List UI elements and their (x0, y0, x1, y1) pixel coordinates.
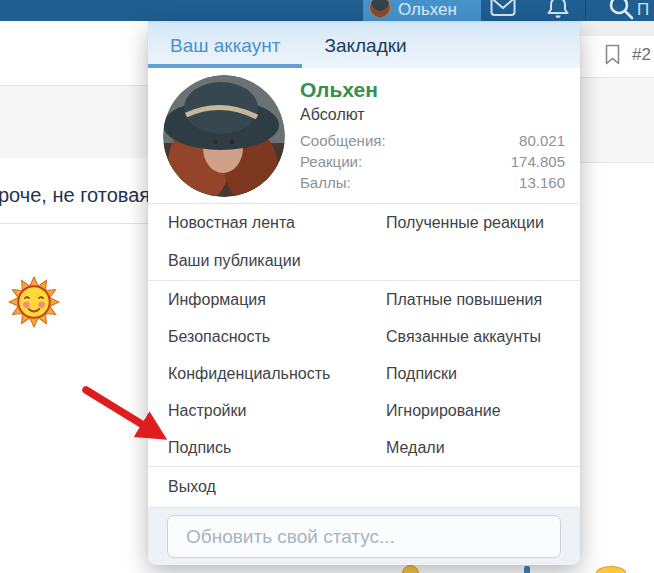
tab-your-account[interactable]: Ваш аккаунт (148, 23, 302, 68)
stat-value: 13.160 (519, 172, 565, 193)
user-info: Ольхен Абсолют Сообщения: 80.021 Реакции… (300, 75, 565, 203)
menu-row: Безопасность Связанные аккаунты (148, 318, 580, 355)
avatar[interactable] (163, 75, 285, 197)
menu-row: Ваши публикации (148, 242, 580, 280)
emoji-peek (596, 566, 626, 573)
stat-points: Баллы: 13.160 (300, 172, 565, 193)
menu-item-account-upgrades[interactable]: Платные повышения (386, 291, 560, 309)
stat-value: 174.805 (511, 151, 565, 172)
stat-reactions: Реакции: 174.805 (300, 151, 565, 172)
username[interactable]: Ольхен (300, 77, 565, 103)
menu-item-connected-accounts[interactable]: Связанные аккаунты (386, 328, 560, 346)
post-number-link[interactable]: #2 (632, 45, 651, 65)
page-band (0, 86, 148, 158)
menu-section-settings: Информация Платные повышения Безопасност… (148, 280, 580, 466)
stat-label: Баллы: (300, 172, 351, 193)
page-text-snippet: роче, не готовая (0, 184, 150, 207)
menu-item-ignoring[interactable]: Игнорирование (386, 402, 560, 420)
tab-label: Закладки (324, 35, 406, 57)
search-label[interactable]: П (637, 0, 649, 20)
menu-row: Новостная лента Полученные реакции (148, 204, 580, 242)
stat-label: Сообщения: (300, 130, 386, 151)
user-summary-card: Ольхен Абсолют Сообщения: 80.021 Реакции… (148, 68, 580, 203)
dropdown-footer (148, 507, 580, 565)
sun-smiley-emoji (8, 276, 60, 328)
menu-row: Подпись Медали (148, 429, 580, 466)
menu-item-reactions-received[interactable]: Полученные реакции (386, 214, 560, 232)
menu-item-preferences[interactable]: Настройки (168, 402, 386, 420)
menu-item-news-feed[interactable]: Новостная лента (168, 214, 386, 232)
menu-item-security[interactable]: Безопасность (168, 328, 386, 346)
bookmark-row: #2 (604, 44, 651, 65)
page-band (580, 78, 654, 162)
menu-row: Настройки Игнорирование (148, 392, 580, 429)
stat-value: 80.021 (519, 130, 565, 151)
menu-item-logout[interactable]: Выход (168, 478, 386, 496)
menu-item-privacy[interactable]: Конфиденциальность (168, 365, 386, 383)
emoji-peek (402, 565, 419, 573)
tab-bookmarks[interactable]: Закладки (302, 23, 428, 68)
menu-item-medals[interactable]: Медали (386, 439, 560, 457)
menu-item-account-details[interactable]: Информация (168, 291, 386, 309)
menu-item-your-content[interactable]: Ваши публикации (168, 252, 386, 270)
user-stats: Сообщения: 80.021 Реакции: 174.805 Баллы… (300, 130, 565, 193)
account-dropdown-menu: Ваш аккаунт Закладки (148, 21, 580, 563)
topbar-separator (585, 0, 586, 21)
menu-item-following[interactable]: Подписки (386, 365, 560, 383)
user-title: Абсолют (300, 103, 565, 126)
screenshot-stage: роче, не готовая #2 Ольхен (0, 0, 654, 573)
avatar (369, 0, 391, 18)
page-divider (0, 223, 148, 224)
dropdown-tabbar: Ваш аккаунт Закладки (148, 21, 580, 68)
menu-item-signature[interactable]: Подпись (168, 439, 386, 457)
menu-row: Конфиденциальность Подписки (148, 355, 580, 392)
menu-section-content: Новостная лента Полученные реакции Ваши … (148, 203, 580, 280)
status-update-input[interactable] (167, 515, 561, 558)
page-divider (580, 162, 654, 163)
menu-row: Выход (148, 467, 580, 507)
page-band (580, 21, 654, 36)
stat-label: Реакции: (300, 151, 362, 172)
top-navigation-bar: Ольхен П (0, 0, 654, 21)
menu-row: Информация Платные повышения (148, 281, 580, 318)
search-icon[interactable] (607, 0, 635, 21)
bookmark-icon[interactable] (604, 44, 621, 65)
tab-label: Ваш аккаунт (170, 35, 280, 57)
account-menu-button[interactable]: Ольхен (363, 0, 481, 21)
emoji-peek (524, 566, 530, 573)
stat-messages: Сообщения: 80.021 (300, 130, 565, 151)
alerts-icon[interactable] (546, 0, 570, 20)
inbox-icon[interactable] (490, 0, 516, 19)
menu-section-logout: Выход (148, 466, 580, 507)
topbar-username: Ольхен (398, 0, 457, 20)
